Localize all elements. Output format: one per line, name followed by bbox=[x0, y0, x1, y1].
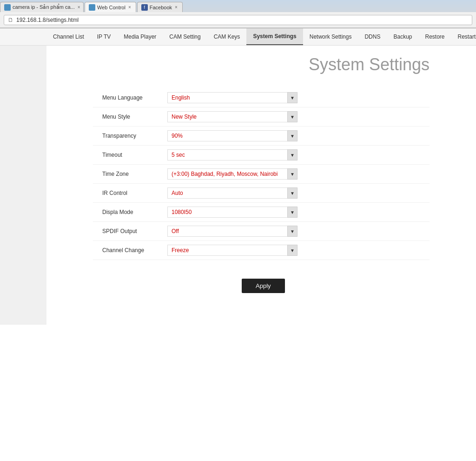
nav-ddns[interactable]: DDNS bbox=[358, 29, 387, 45]
tab-3-close[interactable]: × bbox=[175, 5, 178, 10]
select-menu-style[interactable]: New Style Classic Style bbox=[167, 111, 298, 122]
label-time-zone: Time Zone bbox=[93, 171, 167, 177]
select-ir-control[interactable]: Auto Manual bbox=[167, 187, 298, 199]
select-wrapper-displa-mode: 1080I50 1080I60 720P50 720P60 576P 480P … bbox=[167, 207, 298, 218]
nav-iptv[interactable]: IP TV bbox=[91, 29, 118, 45]
nav-cam-keys[interactable]: CAM Keys bbox=[207, 29, 247, 45]
control-ir-control: Auto Manual ▼ bbox=[167, 187, 298, 199]
select-transparency[interactable]: 0%10%20%30% 40%50%60%70% 80%90%100% bbox=[167, 130, 298, 141]
control-timeout: 5 sec 10 sec 15 sec 30 sec ▼ bbox=[167, 149, 298, 160]
select-wrapper-timeout: 5 sec 10 sec 15 sec 30 sec ▼ bbox=[167, 149, 298, 160]
control-channel-change: Freeze Black ▼ bbox=[167, 245, 298, 256]
main-content: System Settings Menu Language English Fr… bbox=[46, 46, 476, 325]
label-menu-language: Menu Language bbox=[93, 94, 167, 101]
select-channel-change[interactable]: Freeze Black bbox=[167, 245, 298, 256]
sidebar bbox=[0, 46, 46, 325]
setting-row-channel-change: Channel Change Freeze Black ▼ bbox=[93, 241, 430, 260]
content-area: System Settings Menu Language English Fr… bbox=[46, 46, 476, 325]
select-wrapper-transparency: 0%10%20%30% 40%50%60%70% 80%90%100% ▼ bbox=[167, 130, 298, 141]
nav-media-player[interactable]: Media Player bbox=[117, 29, 163, 45]
tab-3-favicon: f bbox=[141, 4, 148, 11]
browser-chrome: camera ip - Sản phẩm ca... × Web Control… bbox=[0, 0, 476, 28]
setting-row-displa-mode: Displa Mode 1080I50 1080I60 720P50 720P6… bbox=[93, 203, 430, 222]
select-wrapper-menu-language: English French German Spanish ▼ bbox=[167, 92, 298, 103]
address-bar[interactable]: 🗋 192.168.1.8/settings.html bbox=[4, 15, 472, 25]
select-wrapper-time-zone: (+3:00) Baghdad, Riyadh, Moscow, Nairobi… bbox=[167, 168, 298, 180]
setting-row-spdif-output: SPDIF Output Off On Auto ▼ bbox=[93, 222, 430, 241]
control-menu-style: New Style Classic Style ▼ bbox=[167, 111, 298, 122]
nav-restart-box[interactable]: Restart box bbox=[451, 29, 476, 45]
tab-1-label: camera ip - Sản phẩm ca... bbox=[13, 4, 75, 10]
nav-system-settings[interactable]: System Settings bbox=[246, 28, 303, 45]
tab-2-favicon bbox=[89, 4, 95, 11]
tab-bar: camera ip - Sản phẩm ca... × Web Control… bbox=[0, 0, 476, 12]
nav-bar: Channel List IP TV Media Player CAM Sett… bbox=[0, 28, 476, 46]
label-channel-change: Channel Change bbox=[93, 247, 167, 254]
nav-restore[interactable]: Restore bbox=[419, 29, 451, 45]
control-transparency: 0%10%20%30% 40%50%60%70% 80%90%100% ▼ bbox=[167, 130, 298, 141]
page-title: System Settings bbox=[93, 46, 430, 88]
setting-row-menu-language: Menu Language English French German Span… bbox=[93, 88, 430, 107]
label-displa-mode: Displa Mode bbox=[93, 209, 167, 215]
tab-3[interactable]: f Facebook × bbox=[137, 2, 183, 12]
address-text: 192.168.1.8/settings.html bbox=[16, 17, 79, 23]
label-transparency: Transparency bbox=[93, 133, 167, 139]
label-ir-control: IR Control bbox=[93, 190, 167, 196]
page-icon: 🗋 bbox=[8, 17, 13, 23]
tab-2-close[interactable]: × bbox=[128, 5, 131, 10]
select-timeout[interactable]: 5 sec 10 sec 15 sec 30 sec bbox=[167, 149, 298, 160]
control-spdif-output: Off On Auto ▼ bbox=[167, 226, 298, 237]
address-bar-row: 🗋 192.168.1.8/settings.html bbox=[0, 12, 476, 28]
setting-row-timeout: Timeout 5 sec 10 sec 15 sec 30 sec ▼ bbox=[93, 146, 430, 165]
apply-button[interactable]: Apply bbox=[242, 279, 285, 293]
nav-network-settings[interactable]: Network Settings bbox=[303, 29, 358, 45]
tab-1[interactable]: camera ip - Sản phẩm ca... × bbox=[0, 2, 84, 12]
nav-channel-list[interactable]: Channel List bbox=[46, 29, 91, 45]
tab-1-close[interactable]: × bbox=[78, 5, 80, 10]
setting-row-time-zone: Time Zone (+3:00) Baghdad, Riyadh, Mosco… bbox=[93, 165, 430, 184]
setting-row-menu-style: Menu Style New Style Classic Style ▼ bbox=[93, 107, 430, 127]
tab-2-label: Web Control bbox=[97, 5, 126, 10]
nav-backup[interactable]: Backup bbox=[387, 29, 418, 45]
select-menu-language[interactable]: English French German Spanish bbox=[167, 92, 298, 103]
select-spdif-output[interactable]: Off On Auto bbox=[167, 226, 298, 237]
tab-1-favicon bbox=[4, 4, 11, 11]
apply-button-container: Apply bbox=[167, 269, 430, 293]
nav-cam-setting[interactable]: CAM Setting bbox=[163, 29, 207, 45]
label-timeout: Timeout bbox=[93, 152, 167, 158]
tab-3-label: Facebook bbox=[150, 5, 172, 10]
label-menu-style: Menu Style bbox=[93, 114, 167, 120]
select-wrapper-menu-style: New Style Classic Style ▼ bbox=[167, 111, 298, 122]
select-wrapper-channel-change: Freeze Black ▼ bbox=[167, 245, 298, 256]
main-layout: System Settings Menu Language English Fr… bbox=[0, 46, 476, 325]
setting-row-ir-control: IR Control Auto Manual ▼ bbox=[93, 184, 430, 203]
select-time-zone[interactable]: (+3:00) Baghdad, Riyadh, Moscow, Nairobi bbox=[167, 168, 298, 180]
label-spdif-output: SPDIF Output bbox=[93, 228, 167, 234]
select-wrapper-ir-control: Auto Manual ▼ bbox=[167, 187, 298, 199]
control-menu-language: English French German Spanish ▼ bbox=[167, 92, 298, 103]
setting-row-transparency: Transparency 0%10%20%30% 40%50%60%70% 80… bbox=[93, 127, 430, 146]
select-displa-mode[interactable]: 1080I50 1080I60 720P50 720P60 576P 480P bbox=[167, 207, 298, 218]
tab-2[interactable]: Web Control × bbox=[85, 2, 136, 12]
select-wrapper-spdif-output: Off On Auto ▼ bbox=[167, 226, 298, 237]
control-time-zone: (+3:00) Baghdad, Riyadh, Moscow, Nairobi… bbox=[167, 168, 298, 180]
settings-form: Menu Language English French German Span… bbox=[93, 88, 430, 293]
control-displa-mode: 1080I50 1080I60 720P50 720P60 576P 480P … bbox=[167, 207, 298, 218]
